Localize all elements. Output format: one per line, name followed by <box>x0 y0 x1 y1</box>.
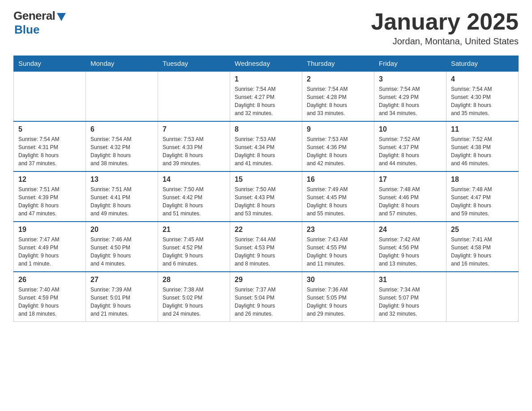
calendar-cell: 13Sunrise: 7:51 AMSunset: 4:41 PMDayligh… <box>86 171 158 222</box>
day-number: 18 <box>451 176 514 184</box>
day-header-friday: Friday <box>374 56 446 72</box>
day-info: Sunrise: 7:51 AMSunset: 4:39 PMDaylight:… <box>18 185 81 218</box>
day-number: 29 <box>235 276 297 284</box>
day-number: 22 <box>235 226 297 234</box>
day-info: Sunrise: 7:54 AMSunset: 4:27 PMDaylight:… <box>235 85 297 117</box>
day-info: Sunrise: 7:52 AMSunset: 4:38 PMDaylight:… <box>451 135 514 167</box>
calendar-cell: 8Sunrise: 7:53 AMSunset: 4:34 PMDaylight… <box>230 121 302 171</box>
day-number: 28 <box>163 276 225 284</box>
calendar-cell: 25Sunrise: 7:41 AMSunset: 4:58 PMDayligh… <box>446 222 519 272</box>
calendar-cell: 26Sunrise: 7:40 AMSunset: 4:59 PMDayligh… <box>14 272 86 322</box>
day-number: 13 <box>90 176 153 184</box>
day-header-sunday: Sunday <box>14 56 86 72</box>
calendar-cell: 2Sunrise: 7:54 AMSunset: 4:28 PMDaylight… <box>302 71 374 121</box>
title-area: January 2025 Jordan, Montana, United Sta… <box>371 9 519 47</box>
day-info: Sunrise: 7:48 AMSunset: 4:47 PMDaylight:… <box>451 185 514 218</box>
calendar-cell: 30Sunrise: 7:36 AMSunset: 5:05 PMDayligh… <box>302 272 374 322</box>
calendar-cell: 18Sunrise: 7:48 AMSunset: 4:47 PMDayligh… <box>446 171 519 222</box>
calendar-cell: 9Sunrise: 7:53 AMSunset: 4:36 PMDaylight… <box>302 121 374 171</box>
calendar-cell: 16Sunrise: 7:49 AMSunset: 4:45 PMDayligh… <box>302 171 374 222</box>
day-info: Sunrise: 7:50 AMSunset: 4:43 PMDaylight:… <box>235 185 297 218</box>
day-number: 21 <box>163 226 225 234</box>
day-number: 20 <box>90 226 153 234</box>
logo: General Blue <box>13 9 66 37</box>
day-info: Sunrise: 7:54 AMSunset: 4:32 PMDaylight:… <box>90 135 153 167</box>
calendar-cell: 17Sunrise: 7:48 AMSunset: 4:46 PMDayligh… <box>374 171 446 222</box>
calendar-cell: 15Sunrise: 7:50 AMSunset: 4:43 PMDayligh… <box>230 171 302 222</box>
week-row-2: 5Sunrise: 7:54 AMSunset: 4:31 PMDaylight… <box>14 121 519 171</box>
calendar-cell: 19Sunrise: 7:47 AMSunset: 4:49 PMDayligh… <box>14 222 86 272</box>
calendar-cell: 31Sunrise: 7:34 AMSunset: 5:07 PMDayligh… <box>374 272 446 322</box>
day-number: 4 <box>451 75 514 83</box>
day-header-tuesday: Tuesday <box>158 56 230 72</box>
day-header-monday: Monday <box>86 56 158 72</box>
day-info: Sunrise: 7:51 AMSunset: 4:41 PMDaylight:… <box>90 185 153 218</box>
day-number: 9 <box>307 125 369 133</box>
week-row-3: 12Sunrise: 7:51 AMSunset: 4:39 PMDayligh… <box>14 171 519 222</box>
logo-blue-text: Blue <box>14 23 39 37</box>
calendar-cell: 21Sunrise: 7:45 AMSunset: 4:52 PMDayligh… <box>158 222 230 272</box>
day-number: 19 <box>18 226 81 234</box>
calendar-subtitle: Jordan, Montana, United States <box>371 36 519 47</box>
day-header-saturday: Saturday <box>446 56 519 72</box>
week-row-5: 26Sunrise: 7:40 AMSunset: 4:59 PMDayligh… <box>14 272 519 322</box>
day-number: 12 <box>18 176 81 184</box>
day-header-thursday: Thursday <box>302 56 374 72</box>
day-number: 15 <box>235 176 297 184</box>
day-info: Sunrise: 7:52 AMSunset: 4:37 PMDaylight:… <box>379 135 442 167</box>
day-number: 10 <box>379 125 442 133</box>
calendar-header-row: SundayMondayTuesdayWednesdayThursdayFrid… <box>14 56 519 72</box>
calendar-cell: 1Sunrise: 7:54 AMSunset: 4:27 PMDaylight… <box>230 71 302 121</box>
day-number: 27 <box>90 276 153 284</box>
day-info: Sunrise: 7:42 AMSunset: 4:56 PMDaylight:… <box>379 235 442 268</box>
calendar-cell: 24Sunrise: 7:42 AMSunset: 4:56 PMDayligh… <box>374 222 446 272</box>
logo-triangle-icon <box>57 13 66 21</box>
day-info: Sunrise: 7:37 AMSunset: 5:04 PMDaylight:… <box>235 286 297 318</box>
calendar-cell: 14Sunrise: 7:50 AMSunset: 4:42 PMDayligh… <box>158 171 230 222</box>
day-number: 16 <box>307 176 369 184</box>
day-number: 2 <box>307 75 369 83</box>
week-row-4: 19Sunrise: 7:47 AMSunset: 4:49 PMDayligh… <box>14 222 519 272</box>
day-number: 26 <box>18 276 81 284</box>
calendar-cell: 27Sunrise: 7:39 AMSunset: 5:01 PMDayligh… <box>86 272 158 322</box>
day-number: 5 <box>18 125 81 133</box>
calendar-cell <box>86 71 158 121</box>
calendar-cell: 7Sunrise: 7:53 AMSunset: 4:33 PMDaylight… <box>158 121 230 171</box>
day-info: Sunrise: 7:48 AMSunset: 4:46 PMDaylight:… <box>379 185 442 218</box>
calendar-cell: 12Sunrise: 7:51 AMSunset: 4:39 PMDayligh… <box>14 171 86 222</box>
calendar-cell <box>158 71 230 121</box>
day-number: 14 <box>163 176 225 184</box>
week-row-1: 1Sunrise: 7:54 AMSunset: 4:27 PMDaylight… <box>14 71 519 121</box>
day-info: Sunrise: 7:53 AMSunset: 4:34 PMDaylight:… <box>235 135 297 167</box>
calendar-cell: 3Sunrise: 7:54 AMSunset: 4:29 PMDaylight… <box>374 71 446 121</box>
day-number: 31 <box>379 276 442 284</box>
logo-general-text: General <box>13 9 55 23</box>
day-number: 3 <box>379 75 442 83</box>
calendar-cell: 20Sunrise: 7:46 AMSunset: 4:50 PMDayligh… <box>86 222 158 272</box>
calendar-cell <box>14 71 86 121</box>
day-info: Sunrise: 7:54 AMSunset: 4:30 PMDaylight:… <box>451 85 514 117</box>
header: General Blue January 2025 Jordan, Montan… <box>13 9 519 47</box>
day-number: 30 <box>307 276 369 284</box>
day-info: Sunrise: 7:34 AMSunset: 5:07 PMDaylight:… <box>379 286 442 318</box>
day-number: 25 <box>451 226 514 234</box>
day-info: Sunrise: 7:46 AMSunset: 4:50 PMDaylight:… <box>90 235 153 268</box>
day-info: Sunrise: 7:47 AMSunset: 4:49 PMDaylight:… <box>18 235 81 268</box>
calendar-cell: 22Sunrise: 7:44 AMSunset: 4:53 PMDayligh… <box>230 222 302 272</box>
calendar-cell: 4Sunrise: 7:54 AMSunset: 4:30 PMDaylight… <box>446 71 519 121</box>
day-number: 11 <box>451 125 514 133</box>
day-info: Sunrise: 7:45 AMSunset: 4:52 PMDaylight:… <box>163 235 225 268</box>
day-info: Sunrise: 7:50 AMSunset: 4:42 PMDaylight:… <box>163 185 225 218</box>
calendar-cell: 29Sunrise: 7:37 AMSunset: 5:04 PMDayligh… <box>230 272 302 322</box>
day-info: Sunrise: 7:38 AMSunset: 5:02 PMDaylight:… <box>163 286 225 318</box>
day-info: Sunrise: 7:44 AMSunset: 4:53 PMDaylight:… <box>235 235 297 268</box>
calendar-cell: 28Sunrise: 7:38 AMSunset: 5:02 PMDayligh… <box>158 272 230 322</box>
day-info: Sunrise: 7:40 AMSunset: 4:59 PMDaylight:… <box>18 286 81 318</box>
day-number: 1 <box>235 75 297 83</box>
calendar-cell: 23Sunrise: 7:43 AMSunset: 4:55 PMDayligh… <box>302 222 374 272</box>
day-info: Sunrise: 7:54 AMSunset: 4:29 PMDaylight:… <box>379 85 442 117</box>
day-number: 8 <box>235 125 297 133</box>
day-number: 7 <box>163 125 225 133</box>
day-info: Sunrise: 7:53 AMSunset: 4:33 PMDaylight:… <box>163 135 225 167</box>
day-number: 6 <box>90 125 153 133</box>
